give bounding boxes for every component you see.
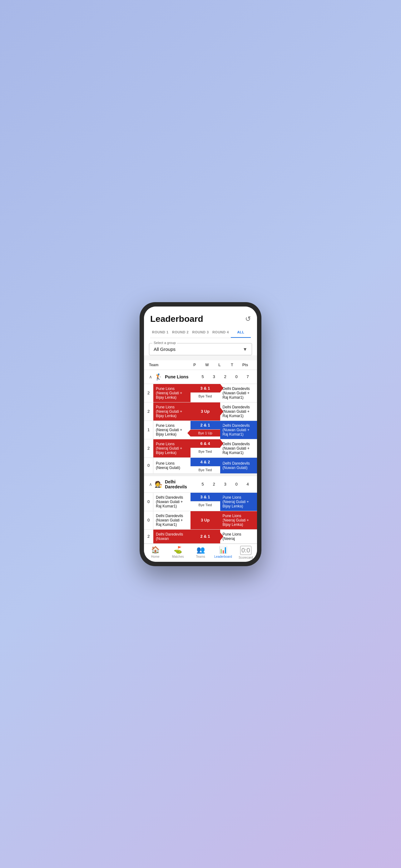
col-l: L: [213, 363, 226, 367]
match-pts: 0: [144, 511, 153, 529]
scorecard-icon: 0:0: [240, 546, 252, 555]
match-row: 0 Pune Lions (Neeraj Gulati) 4 & 2 Bye T…: [144, 458, 257, 474]
pune-lions-l: 2: [221, 374, 230, 379]
score-wrapper: 2 & 1: [191, 530, 220, 544]
section-divider: [144, 474, 257, 476]
teams-icon: 👥: [196, 546, 205, 554]
nav-matches-label: Matches: [172, 555, 184, 558]
table-header: Team P W L T Pts: [144, 360, 257, 370]
tabs-row: ROUND 1 ROUND 2 ROUND 3 ROUND 4 ALL: [150, 327, 251, 338]
score-wrapper: 3 Up: [191, 511, 220, 529]
match-pts: 2: [144, 384, 153, 402]
group-select-value-text: All Groups: [154, 346, 175, 352]
tab-all[interactable]: ALL: [231, 327, 251, 338]
group-select-label: Select a group: [153, 341, 177, 345]
col-p: P: [188, 363, 201, 367]
group-select-dropdown[interactable]: All Groups ▼: [154, 346, 247, 352]
match-pts: 0: [144, 458, 153, 473]
collapse-pune-lions-icon[interactable]: ∧: [149, 374, 152, 379]
status-bar: [144, 307, 257, 310]
delhi-daredevils-header: ∧ 🧑‍⚖️ Delhi Daredevils 5 2 3 0 4: [144, 476, 257, 493]
match-team-right: Delhi Daredevils (Nuwan Gulati + Raj Kum…: [220, 439, 257, 458]
nav-home[interactable]: 🏠 Home: [144, 546, 166, 559]
matches-icon: ⛳: [174, 546, 182, 554]
collapse-delhi-icon[interactable]: ∧: [149, 482, 152, 487]
score-bottom: Bye 1 Up: [191, 429, 220, 436]
delhi-name: Delhi Daredevils: [165, 479, 196, 489]
score-bottom: Bye Tied: [191, 393, 220, 400]
match-team-right: Delhi Daredevils (Nuwan Gulati + Raj Kum…: [220, 421, 257, 439]
score-bottom: Bye Tied: [191, 448, 220, 455]
chevron-down-icon: ▼: [243, 346, 247, 352]
match-row: 2 Pune Lions (Neeraj Gulati + Bijay Lenk…: [144, 402, 257, 421]
nav-home-label: Home: [151, 555, 160, 558]
phone-frame: Leaderboard ↺ ROUND 1 ROUND 2 ROUND 3 RO…: [140, 302, 261, 566]
nav-scorecard[interactable]: 0:0 Scorecard: [235, 546, 257, 559]
pune-lions-t: 0: [232, 374, 241, 379]
match-pts: 0: [144, 493, 153, 511]
page-title: Leaderboard: [150, 314, 203, 324]
refresh-button[interactable]: ↺: [245, 315, 251, 323]
score-top: 3 & 1: [191, 384, 220, 393]
match-row: 2 Delhi Daredevils (Nuwan 2 & 1 Pune Lio…: [144, 530, 257, 544]
score-bottom: Bye Tied: [191, 466, 220, 473]
match-team-right: Pune Lions (Neeraj Gulati + Bijay Lenka): [220, 511, 257, 529]
delhi-w: 2: [209, 482, 218, 487]
match-pts: 2: [144, 530, 153, 544]
tab-round1[interactable]: ROUND 1: [150, 327, 170, 338]
content-area: Select a group All Groups ▼ Team P W L T…: [144, 338, 257, 544]
score-wrapper: 4 & 2 Bye Tied: [191, 458, 220, 473]
match-team-right: Delhi Daredevils (Nuwan Gulati + Raj Kum…: [220, 384, 257, 402]
pune-lions-pts: 7: [243, 374, 252, 379]
col-w: W: [201, 363, 213, 367]
match-team-right: Delhi Daredevils (Nuwan Gulati + Raj Kum…: [220, 402, 257, 421]
group-select-wrapper: Select a group All Groups ▼: [149, 343, 252, 355]
col-pts: Pts: [238, 363, 252, 367]
score-top: 3 & 1: [191, 493, 220, 501]
nav-teams[interactable]: 👥 Teams: [189, 546, 212, 559]
match-row: 0 Delhi Daredevils (Nuwan Gulati + Raj K…: [144, 511, 257, 530]
header: Leaderboard ↺ ROUND 1 ROUND 2 ROUND 3 RO…: [144, 310, 257, 338]
match-row: 0 Delhi Daredevils (Nuwan Gulati + Raj K…: [144, 493, 257, 511]
col-team: Team: [149, 363, 188, 367]
leaderboard-icon: 📊: [219, 546, 227, 554]
score-wrapper: 6 & 4 Bye Tied: [191, 439, 220, 458]
tab-round3[interactable]: ROUND 3: [191, 327, 210, 338]
score-wrapper: 3 Up: [191, 402, 220, 421]
pune-lions-stats: 5 3 2 0 7: [198, 374, 252, 379]
pune-lions-icon: 🏌: [155, 373, 162, 380]
match-team-left: Pune Lions (Neeraj Gulati): [153, 458, 191, 473]
match-team-left: Pune Lions (Neeraj Gulati + Bijay Lenka): [153, 421, 191, 439]
nav-teams-label: Teams: [196, 555, 205, 558]
match-row: 2 Pune Lions (Neeraj Gulati + Bijay Lenk…: [144, 439, 257, 458]
score-top: 2 & 1: [191, 530, 220, 544]
col-t: T: [226, 363, 238, 367]
delhi-icon: 🧑‍⚖️: [155, 480, 162, 488]
pune-lions-header: ∧ 🏌 Pune Lions 5 3 2 0 7: [144, 370, 257, 384]
pune-lions-name: Pune Lions: [165, 374, 196, 379]
pune-lions-p: 5: [198, 374, 207, 379]
nav-leaderboard[interactable]: 📊 Leaderboard: [212, 546, 234, 559]
score-top: 3 Up: [191, 511, 220, 529]
match-pts: 2: [144, 402, 153, 421]
delhi-stats: 5 2 3 0 4: [198, 482, 252, 487]
phone-screen: Leaderboard ↺ ROUND 1 ROUND 2 ROUND 3 RO…: [144, 307, 257, 562]
delhi-l: 3: [221, 482, 230, 487]
match-team-left: Delhi Daredevils (Nuwan Gulati + Raj Kum…: [153, 511, 191, 529]
tab-round4[interactable]: ROUND 4: [210, 327, 231, 338]
score-wrapper: 3 & 1 Bye Tied: [191, 493, 220, 511]
match-team-left: Delhi Daredevils (Nuwan: [153, 530, 191, 544]
tab-round2[interactable]: ROUND 2: [170, 327, 190, 338]
nav-matches[interactable]: ⛳ Matches: [166, 546, 189, 559]
match-team-right: Delhi Daredevils (Nuwan Gulati): [220, 458, 257, 473]
match-row: 1 Pune Lions (Neeraj Gulati + Bijay Lenk…: [144, 421, 257, 439]
match-team-left: Pune Lions (Neeraj Gulati + Bijay Lenka): [153, 439, 191, 458]
score-top: 6 & 4: [191, 439, 220, 448]
score-wrapper: 2 & 1 Bye 1 Up: [191, 421, 220, 439]
home-icon: 🏠: [151, 546, 160, 554]
nav-scorecard-label: Scorecard: [239, 556, 253, 559]
match-pts: 2: [144, 439, 153, 458]
score-wrapper: 3 & 1 Bye Tied: [191, 384, 220, 402]
nav-leaderboard-label: Leaderboard: [214, 555, 232, 558]
match-team-left: Pune Lions (Neeraj Gulati + Bijay Lenka): [153, 402, 191, 421]
